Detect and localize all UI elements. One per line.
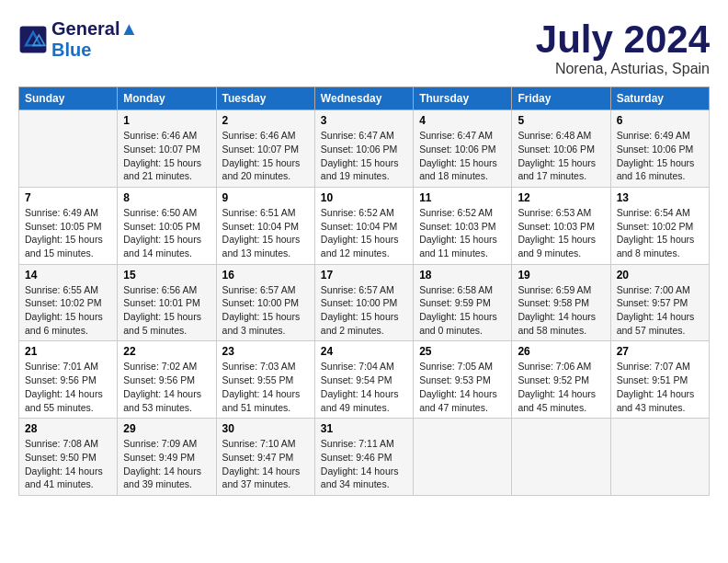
day-info: Sunrise: 6:48 AM Sunset: 10:06 PM Daylig… [518, 129, 604, 183]
day-info: Sunrise: 7:11 AM Sunset: 9:46 PM Dayligh… [321, 437, 407, 491]
day-number: 12 [518, 191, 604, 204]
calendar-cell: 5Sunrise: 6:48 AM Sunset: 10:06 PM Dayli… [512, 110, 610, 188]
day-info: Sunrise: 7:08 AM Sunset: 9:50 PM Dayligh… [25, 437, 111, 491]
calendar-cell: 20Sunrise: 7:00 AM Sunset: 9:57 PM Dayli… [610, 264, 709, 341]
calendar-header-row: SundayMondayTuesdayWednesdayThursdayFrid… [19, 87, 710, 110]
day-number: 23 [222, 345, 309, 358]
day-info: Sunrise: 6:51 AM Sunset: 10:04 PM Daylig… [222, 206, 309, 260]
calendar-cell [610, 419, 709, 496]
day-number: 5 [518, 114, 604, 127]
day-info: Sunrise: 7:10 AM Sunset: 9:47 PM Dayligh… [222, 437, 309, 491]
calendar-cell: 2Sunrise: 6:46 AM Sunset: 10:07 PM Dayli… [216, 110, 314, 188]
day-number: 24 [321, 345, 407, 358]
day-info: Sunrise: 6:46 AM Sunset: 10:07 PM Daylig… [222, 129, 309, 183]
day-info: Sunrise: 6:47 AM Sunset: 10:06 PM Daylig… [321, 129, 407, 183]
calendar-week-row: 28Sunrise: 7:08 AM Sunset: 9:50 PM Dayli… [19, 419, 710, 496]
calendar-cell: 25Sunrise: 7:05 AM Sunset: 9:53 PM Dayli… [414, 341, 512, 419]
calendar-cell: 9Sunrise: 6:51 AM Sunset: 10:04 PM Dayli… [216, 187, 314, 264]
day-info: Sunrise: 7:05 AM Sunset: 9:53 PM Dayligh… [419, 360, 506, 414]
calendar-cell: 29Sunrise: 7:09 AM Sunset: 9:49 PM Dayli… [118, 419, 216, 496]
calendar-cell: 6Sunrise: 6:49 AM Sunset: 10:06 PM Dayli… [610, 110, 709, 188]
day-number: 19 [518, 269, 604, 282]
day-number: 13 [617, 191, 703, 204]
day-number: 8 [123, 191, 210, 204]
day-number: 25 [419, 345, 506, 358]
day-info: Sunrise: 6:52 AM Sunset: 10:04 PM Daylig… [321, 206, 407, 260]
day-info: Sunrise: 6:54 AM Sunset: 10:02 PM Daylig… [617, 206, 703, 260]
calendar-cell: 14Sunrise: 6:55 AM Sunset: 10:02 PM Dayl… [19, 264, 118, 341]
calendar-table: SundayMondayTuesdayWednesdayThursdayFrid… [18, 86, 710, 496]
day-number: 7 [25, 191, 111, 204]
day-info: Sunrise: 6:49 AM Sunset: 10:06 PM Daylig… [617, 129, 703, 183]
day-info: Sunrise: 6:53 AM Sunset: 10:03 PM Daylig… [518, 206, 604, 260]
calendar-cell: 13Sunrise: 6:54 AM Sunset: 10:02 PM Dayl… [610, 187, 709, 264]
calendar-cell: 1Sunrise: 6:46 AM Sunset: 10:07 PM Dayli… [118, 110, 216, 188]
calendar-cell: 10Sunrise: 6:52 AM Sunset: 10:04 PM Dayl… [314, 187, 413, 264]
day-number: 9 [222, 191, 309, 204]
day-number: 17 [321, 269, 407, 282]
logo-icon [18, 25, 48, 54]
calendar-cell: 26Sunrise: 7:06 AM Sunset: 9:52 PM Dayli… [512, 341, 610, 419]
calendar-cell: 22Sunrise: 7:02 AM Sunset: 9:56 PM Dayli… [118, 341, 216, 419]
day-info: Sunrise: 6:46 AM Sunset: 10:07 PM Daylig… [123, 129, 210, 183]
day-info: Sunrise: 7:00 AM Sunset: 9:57 PM Dayligh… [617, 283, 703, 338]
calendar-cell: 3Sunrise: 6:47 AM Sunset: 10:06 PM Dayli… [314, 110, 413, 188]
day-number: 10 [321, 191, 407, 204]
day-number: 27 [617, 345, 703, 358]
day-info: Sunrise: 6:50 AM Sunset: 10:05 PM Daylig… [123, 206, 210, 260]
day-number: 31 [321, 422, 407, 435]
day-number: 18 [419, 269, 506, 282]
calendar-cell: 31Sunrise: 7:11 AM Sunset: 9:46 PM Dayli… [314, 419, 413, 496]
day-info: Sunrise: 6:52 AM Sunset: 10:03 PM Daylig… [419, 206, 506, 260]
calendar-cell: 4Sunrise: 6:47 AM Sunset: 10:06 PM Dayli… [414, 110, 512, 188]
calendar-cell: 18Sunrise: 6:58 AM Sunset: 9:59 PM Dayli… [414, 264, 512, 341]
calendar-cell: 12Sunrise: 6:53 AM Sunset: 10:03 PM Dayl… [512, 187, 610, 264]
day-info: Sunrise: 6:57 AM Sunset: 10:00 PM Daylig… [321, 283, 407, 338]
day-info: Sunrise: 7:01 AM Sunset: 9:56 PM Dayligh… [25, 360, 111, 414]
day-number: 2 [222, 114, 309, 127]
calendar-week-row: 1Sunrise: 6:46 AM Sunset: 10:07 PM Dayli… [19, 110, 710, 188]
calendar-cell: 17Sunrise: 6:57 AM Sunset: 10:00 PM Dayl… [314, 264, 413, 341]
day-number: 1 [123, 114, 210, 127]
calendar-cell: 19Sunrise: 6:59 AM Sunset: 9:58 PM Dayli… [512, 264, 610, 341]
day-info: Sunrise: 7:03 AM Sunset: 9:55 PM Dayligh… [222, 360, 309, 414]
location-subtitle: Norena, Asturias, Spain [536, 61, 710, 77]
calendar-cell [414, 419, 512, 496]
calendar-cell [19, 110, 118, 188]
day-info: Sunrise: 7:04 AM Sunset: 9:54 PM Dayligh… [321, 360, 407, 414]
column-header-friday: Friday [512, 87, 610, 110]
day-number: 6 [617, 114, 703, 127]
calendar-cell: 24Sunrise: 7:04 AM Sunset: 9:54 PM Dayli… [314, 341, 413, 419]
day-info: Sunrise: 6:47 AM Sunset: 10:06 PM Daylig… [419, 129, 506, 183]
day-info: Sunrise: 7:02 AM Sunset: 9:56 PM Dayligh… [123, 360, 210, 414]
logo: General▲ Blue [18, 18, 138, 61]
day-number: 11 [419, 191, 506, 204]
calendar-cell: 27Sunrise: 7:07 AM Sunset: 9:51 PM Dayli… [610, 341, 709, 419]
day-info: Sunrise: 6:57 AM Sunset: 10:00 PM Daylig… [222, 283, 309, 338]
calendar-cell: 30Sunrise: 7:10 AM Sunset: 9:47 PM Dayli… [216, 419, 314, 496]
calendar-cell: 11Sunrise: 6:52 AM Sunset: 10:03 PM Dayl… [414, 187, 512, 264]
day-info: Sunrise: 7:06 AM Sunset: 9:52 PM Dayligh… [518, 360, 604, 414]
column-header-monday: Monday [118, 87, 216, 110]
day-number: 21 [25, 345, 111, 358]
column-header-sunday: Sunday [19, 87, 118, 110]
day-number: 29 [123, 422, 210, 435]
day-info: Sunrise: 6:49 AM Sunset: 10:05 PM Daylig… [25, 206, 111, 260]
day-number: 16 [222, 269, 309, 282]
day-number: 15 [123, 269, 210, 282]
day-info: Sunrise: 6:59 AM Sunset: 9:58 PM Dayligh… [518, 283, 604, 338]
day-number: 20 [617, 269, 703, 282]
logo-text: General▲ Blue [51, 18, 138, 61]
column-header-thursday: Thursday [414, 87, 512, 110]
day-number: 26 [518, 345, 604, 358]
day-number: 14 [25, 269, 111, 282]
column-header-tuesday: Tuesday [216, 87, 314, 110]
day-number: 3 [321, 114, 407, 127]
day-info: Sunrise: 7:07 AM Sunset: 9:51 PM Dayligh… [617, 360, 703, 414]
day-info: Sunrise: 7:09 AM Sunset: 9:49 PM Dayligh… [123, 437, 210, 491]
month-year-title: July 2024 [536, 18, 710, 61]
calendar-week-row: 7Sunrise: 6:49 AM Sunset: 10:05 PM Dayli… [19, 187, 710, 264]
calendar-week-row: 21Sunrise: 7:01 AM Sunset: 9:56 PM Dayli… [19, 341, 710, 419]
day-number: 4 [419, 114, 506, 127]
calendar-cell: 23Sunrise: 7:03 AM Sunset: 9:55 PM Dayli… [216, 341, 314, 419]
